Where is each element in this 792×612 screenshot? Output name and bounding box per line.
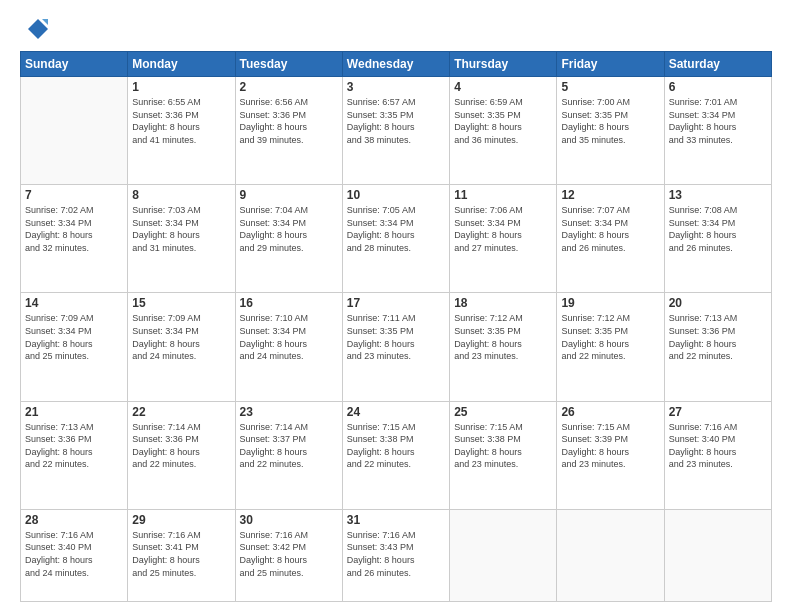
day-info: Sunrise: 7:07 AM Sunset: 3:34 PM Dayligh… xyxy=(561,204,659,254)
day-cell: 31Sunrise: 7:16 AM Sunset: 3:43 PM Dayli… xyxy=(342,509,449,601)
logo-icon xyxy=(20,15,48,43)
weekday-header-thursday: Thursday xyxy=(450,52,557,77)
day-info: Sunrise: 7:10 AM Sunset: 3:34 PM Dayligh… xyxy=(240,312,338,362)
day-number: 15 xyxy=(132,296,230,310)
day-info: Sunrise: 7:15 AM Sunset: 3:38 PM Dayligh… xyxy=(454,421,552,471)
day-number: 29 xyxy=(132,513,230,527)
day-cell: 8Sunrise: 7:03 AM Sunset: 3:34 PM Daylig… xyxy=(128,185,235,293)
day-number: 27 xyxy=(669,405,767,419)
day-number: 21 xyxy=(25,405,123,419)
day-info: Sunrise: 7:13 AM Sunset: 3:36 PM Dayligh… xyxy=(669,312,767,362)
weekday-header-wednesday: Wednesday xyxy=(342,52,449,77)
day-cell: 13Sunrise: 7:08 AM Sunset: 3:34 PM Dayli… xyxy=(664,185,771,293)
day-cell xyxy=(21,77,128,185)
day-cell: 22Sunrise: 7:14 AM Sunset: 3:36 PM Dayli… xyxy=(128,401,235,509)
day-cell: 7Sunrise: 7:02 AM Sunset: 3:34 PM Daylig… xyxy=(21,185,128,293)
day-info: Sunrise: 7:05 AM Sunset: 3:34 PM Dayligh… xyxy=(347,204,445,254)
day-cell: 3Sunrise: 6:57 AM Sunset: 3:35 PM Daylig… xyxy=(342,77,449,185)
day-number: 19 xyxy=(561,296,659,310)
day-info: Sunrise: 7:09 AM Sunset: 3:34 PM Dayligh… xyxy=(25,312,123,362)
day-cell: 1Sunrise: 6:55 AM Sunset: 3:36 PM Daylig… xyxy=(128,77,235,185)
day-number: 1 xyxy=(132,80,230,94)
day-number: 25 xyxy=(454,405,552,419)
day-info: Sunrise: 7:16 AM Sunset: 3:40 PM Dayligh… xyxy=(25,529,123,579)
day-cell: 4Sunrise: 6:59 AM Sunset: 3:35 PM Daylig… xyxy=(450,77,557,185)
day-cell: 6Sunrise: 7:01 AM Sunset: 3:34 PM Daylig… xyxy=(664,77,771,185)
day-info: Sunrise: 7:06 AM Sunset: 3:34 PM Dayligh… xyxy=(454,204,552,254)
day-cell: 19Sunrise: 7:12 AM Sunset: 3:35 PM Dayli… xyxy=(557,293,664,401)
week-row-4: 28Sunrise: 7:16 AM Sunset: 3:40 PM Dayli… xyxy=(21,509,772,601)
calendar-page: SundayMondayTuesdayWednesdayThursdayFrid… xyxy=(0,0,792,612)
day-info: Sunrise: 7:13 AM Sunset: 3:36 PM Dayligh… xyxy=(25,421,123,471)
day-number: 17 xyxy=(347,296,445,310)
day-cell: 15Sunrise: 7:09 AM Sunset: 3:34 PM Dayli… xyxy=(128,293,235,401)
week-row-3: 21Sunrise: 7:13 AM Sunset: 3:36 PM Dayli… xyxy=(21,401,772,509)
day-number: 14 xyxy=(25,296,123,310)
day-cell xyxy=(664,509,771,601)
day-number: 3 xyxy=(347,80,445,94)
day-info: Sunrise: 7:09 AM Sunset: 3:34 PM Dayligh… xyxy=(132,312,230,362)
day-number: 11 xyxy=(454,188,552,202)
day-info: Sunrise: 6:56 AM Sunset: 3:36 PM Dayligh… xyxy=(240,96,338,146)
day-info: Sunrise: 7:15 AM Sunset: 3:38 PM Dayligh… xyxy=(347,421,445,471)
day-number: 22 xyxy=(132,405,230,419)
week-row-1: 7Sunrise: 7:02 AM Sunset: 3:34 PM Daylig… xyxy=(21,185,772,293)
day-info: Sunrise: 7:08 AM Sunset: 3:34 PM Dayligh… xyxy=(669,204,767,254)
day-number: 5 xyxy=(561,80,659,94)
day-info: Sunrise: 7:16 AM Sunset: 3:43 PM Dayligh… xyxy=(347,529,445,579)
day-cell xyxy=(450,509,557,601)
day-info: Sunrise: 7:15 AM Sunset: 3:39 PM Dayligh… xyxy=(561,421,659,471)
day-number: 2 xyxy=(240,80,338,94)
week-row-2: 14Sunrise: 7:09 AM Sunset: 3:34 PM Dayli… xyxy=(21,293,772,401)
day-number: 8 xyxy=(132,188,230,202)
day-number: 20 xyxy=(669,296,767,310)
day-cell: 17Sunrise: 7:11 AM Sunset: 3:35 PM Dayli… xyxy=(342,293,449,401)
day-number: 30 xyxy=(240,513,338,527)
day-number: 18 xyxy=(454,296,552,310)
day-info: Sunrise: 7:16 AM Sunset: 3:40 PM Dayligh… xyxy=(669,421,767,471)
page-header xyxy=(20,15,772,43)
day-cell: 27Sunrise: 7:16 AM Sunset: 3:40 PM Dayli… xyxy=(664,401,771,509)
weekday-header-row: SundayMondayTuesdayWednesdayThursdayFrid… xyxy=(21,52,772,77)
day-number: 26 xyxy=(561,405,659,419)
day-cell: 28Sunrise: 7:16 AM Sunset: 3:40 PM Dayli… xyxy=(21,509,128,601)
day-info: Sunrise: 6:57 AM Sunset: 3:35 PM Dayligh… xyxy=(347,96,445,146)
day-number: 24 xyxy=(347,405,445,419)
calendar-table: SundayMondayTuesdayWednesdayThursdayFrid… xyxy=(20,51,772,602)
day-cell: 16Sunrise: 7:10 AM Sunset: 3:34 PM Dayli… xyxy=(235,293,342,401)
weekday-header-tuesday: Tuesday xyxy=(235,52,342,77)
day-number: 23 xyxy=(240,405,338,419)
day-cell: 24Sunrise: 7:15 AM Sunset: 3:38 PM Dayli… xyxy=(342,401,449,509)
day-cell: 23Sunrise: 7:14 AM Sunset: 3:37 PM Dayli… xyxy=(235,401,342,509)
day-number: 9 xyxy=(240,188,338,202)
day-number: 13 xyxy=(669,188,767,202)
day-info: Sunrise: 7:16 AM Sunset: 3:41 PM Dayligh… xyxy=(132,529,230,579)
day-number: 10 xyxy=(347,188,445,202)
day-cell: 14Sunrise: 7:09 AM Sunset: 3:34 PM Dayli… xyxy=(21,293,128,401)
day-number: 12 xyxy=(561,188,659,202)
day-cell: 25Sunrise: 7:15 AM Sunset: 3:38 PM Dayli… xyxy=(450,401,557,509)
day-info: Sunrise: 7:03 AM Sunset: 3:34 PM Dayligh… xyxy=(132,204,230,254)
day-cell: 26Sunrise: 7:15 AM Sunset: 3:39 PM Dayli… xyxy=(557,401,664,509)
day-info: Sunrise: 7:00 AM Sunset: 3:35 PM Dayligh… xyxy=(561,96,659,146)
day-info: Sunrise: 7:14 AM Sunset: 3:37 PM Dayligh… xyxy=(240,421,338,471)
day-cell: 2Sunrise: 6:56 AM Sunset: 3:36 PM Daylig… xyxy=(235,77,342,185)
day-cell: 11Sunrise: 7:06 AM Sunset: 3:34 PM Dayli… xyxy=(450,185,557,293)
day-info: Sunrise: 7:12 AM Sunset: 3:35 PM Dayligh… xyxy=(454,312,552,362)
weekday-header-friday: Friday xyxy=(557,52,664,77)
day-number: 16 xyxy=(240,296,338,310)
day-cell: 20Sunrise: 7:13 AM Sunset: 3:36 PM Dayli… xyxy=(664,293,771,401)
day-number: 31 xyxy=(347,513,445,527)
weekday-header-monday: Monday xyxy=(128,52,235,77)
day-cell: 10Sunrise: 7:05 AM Sunset: 3:34 PM Dayli… xyxy=(342,185,449,293)
day-info: Sunrise: 7:12 AM Sunset: 3:35 PM Dayligh… xyxy=(561,312,659,362)
day-info: Sunrise: 7:14 AM Sunset: 3:36 PM Dayligh… xyxy=(132,421,230,471)
day-cell: 29Sunrise: 7:16 AM Sunset: 3:41 PM Dayli… xyxy=(128,509,235,601)
day-cell: 18Sunrise: 7:12 AM Sunset: 3:35 PM Dayli… xyxy=(450,293,557,401)
day-info: Sunrise: 6:55 AM Sunset: 3:36 PM Dayligh… xyxy=(132,96,230,146)
day-cell: 21Sunrise: 7:13 AM Sunset: 3:36 PM Dayli… xyxy=(21,401,128,509)
day-cell: 9Sunrise: 7:04 AM Sunset: 3:34 PM Daylig… xyxy=(235,185,342,293)
day-number: 6 xyxy=(669,80,767,94)
day-number: 4 xyxy=(454,80,552,94)
day-info: Sunrise: 7:02 AM Sunset: 3:34 PM Dayligh… xyxy=(25,204,123,254)
